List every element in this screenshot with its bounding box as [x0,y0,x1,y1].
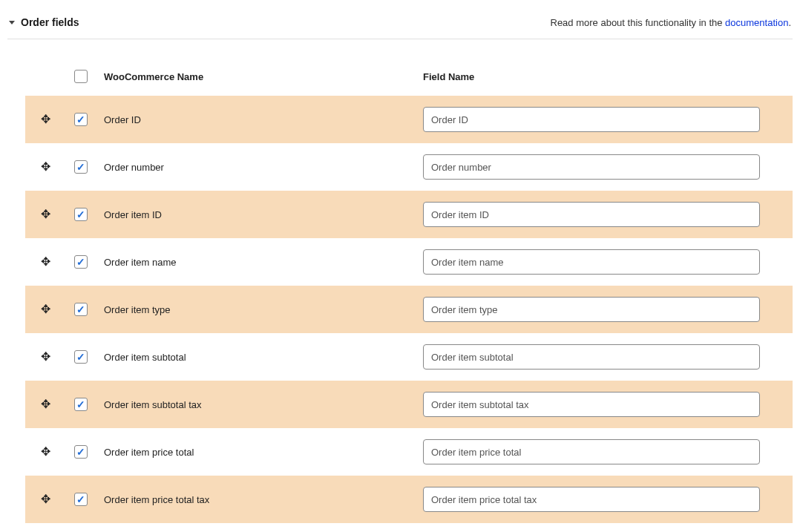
table-row: ✥Order item subtotal [25,333,793,381]
row-checkbox[interactable] [74,113,88,126]
table-row: ✥Order item type [25,286,793,333]
field-name-input[interactable] [423,249,760,275]
table-row: ✥Order item subtotal tax [25,381,793,428]
fields-table: WooCommerce Name Field Name ✥Order ID✥Or… [7,57,793,523]
drag-handle-icon[interactable]: ✥ [41,493,50,505]
collapse-caret-icon[interactable] [9,21,15,24]
documentation-link[interactable]: documentation [725,17,788,28]
drag-handle-icon[interactable]: ✥ [41,161,50,173]
section-note: Read more about this functionality in th… [551,17,792,28]
row-checkbox[interactable] [74,208,88,221]
header-field-name: Field Name [423,71,793,82]
table-row: ✥Order item price total tax [25,476,793,523]
table-row: ✥Order item name [25,238,793,286]
section-header: Order fields Read more about this functi… [7,9,793,39]
row-checkbox[interactable] [74,493,88,506]
header-wc-name: WooCommerce Name [96,71,423,82]
drag-handle-icon[interactable]: ✥ [41,446,50,458]
field-name-input[interactable] [423,297,760,322]
wc-name-label: Order item price total [104,447,194,458]
note-suffix: . [788,17,791,28]
field-name-input[interactable] [423,439,760,464]
row-checkbox[interactable] [74,255,88,269]
wc-name-label: Order item price total tax [104,494,209,505]
field-name-input[interactable] [423,487,760,512]
select-all-checkbox[interactable] [74,70,88,83]
table-header-row: WooCommerce Name Field Name [25,57,793,96]
drag-handle-icon[interactable]: ✥ [41,256,50,268]
row-checkbox[interactable] [74,398,88,411]
row-checkbox[interactable] [74,350,88,364]
field-name-input[interactable] [423,344,760,370]
row-checkbox[interactable] [74,303,88,316]
drag-handle-icon[interactable]: ✥ [41,208,50,220]
field-name-input[interactable] [423,202,760,227]
table-row: ✥Order ID [25,96,793,143]
wc-name-label: Order ID [104,114,141,125]
row-checkbox[interactable] [74,445,88,459]
field-name-input[interactable] [423,107,760,132]
wc-name-label: Order item type [104,304,171,315]
row-checkbox[interactable] [74,160,88,174]
table-row: ✥Order item ID [25,191,793,238]
field-name-input[interactable] [423,392,760,417]
section-title: Order fields [21,16,79,28]
drag-handle-icon[interactable]: ✥ [41,398,50,410]
note-prefix: Read more about this functionality in th… [551,17,726,28]
table-row: ✥Order number [25,143,793,191]
table-row: ✥Order item price total [25,428,793,476]
drag-handle-icon[interactable]: ✥ [41,351,50,363]
field-name-input[interactable] [423,154,760,180]
drag-handle-icon[interactable]: ✥ [41,303,50,315]
drag-handle-icon[interactable]: ✥ [41,114,50,125]
wc-name-label: Order item name [104,257,177,268]
wc-name-label: Order number [104,162,164,173]
wc-name-label: Order item ID [104,209,162,220]
wc-name-label: Order item subtotal [104,352,186,363]
wc-name-label: Order item subtotal tax [104,399,202,410]
